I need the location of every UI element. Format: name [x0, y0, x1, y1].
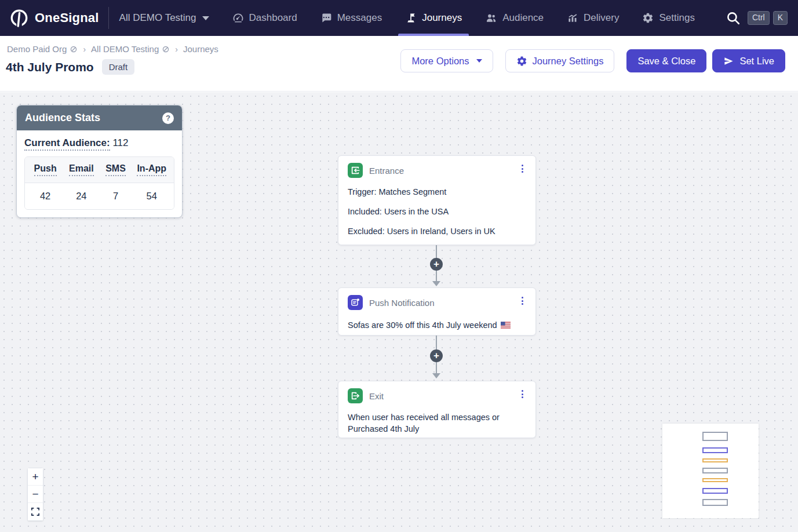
column-sms: SMS: [105, 163, 126, 176]
zoom-controls: + −: [27, 468, 43, 521]
navbar-right: Ctrl K: [726, 10, 788, 25]
gear-icon: [516, 56, 527, 67]
chevron-down-icon: [476, 59, 482, 63]
minimap-node: [702, 432, 728, 441]
status-badge: Draft: [102, 59, 135, 75]
brand-name: OneSignal: [35, 10, 99, 25]
set-live-button[interactable]: Set Live: [712, 49, 785, 72]
chevron-down-icon: [202, 16, 209, 20]
us-flag-icon: [501, 322, 511, 329]
save-close-button[interactable]: Save & Close: [626, 49, 706, 72]
messages-icon: [320, 12, 332, 24]
title-row: 4th July Promo Draft: [6, 59, 218, 75]
audience-stats-body: Current Audience: 112 Push Email SMS In-…: [17, 130, 182, 217]
entrance-excluded-text: Excluded: Users in Ireland, Users in UK: [348, 225, 526, 237]
audience-icon: [485, 12, 497, 24]
nav-item-delivery[interactable]: Delivery: [567, 0, 619, 36]
page-header-left: Demo Paid Org › All DEMO Testing › Journ…: [6, 44, 218, 91]
journey-settings-button[interactable]: Journey Settings: [505, 49, 615, 72]
audience-stats-panel: Audience Stats ? Current Audience: 112 P…: [16, 105, 183, 218]
set-live-label: Set Live: [739, 56, 774, 67]
connector-arrow-icon: [432, 373, 440, 378]
send-icon: [723, 56, 734, 67]
help-icon[interactable]: ?: [162, 112, 174, 124]
active-tab-underline: [398, 34, 469, 36]
nav-label: Journeys: [422, 12, 462, 24]
exit-node-menu-icon[interactable]: [519, 388, 526, 400]
app-selector-label: All DEMO Testing: [119, 12, 196, 24]
add-step-button[interactable]: +: [430, 349, 443, 362]
entrance-node-menu-icon[interactable]: [519, 163, 526, 174]
exit-node[interactable]: Exit When user has received all messages…: [338, 381, 536, 438]
push-node-label: Push Notification: [369, 298, 435, 308]
dashboard-icon: [232, 12, 244, 24]
nav-label: Dashboard: [249, 12, 297, 24]
delivery-icon: [567, 12, 578, 24]
toolbar: More Options Journey Settings Save & Clo…: [400, 44, 785, 91]
search-icon[interactable]: [726, 10, 741, 25]
column-inapp: In-App: [137, 163, 166, 176]
push-message-text: Sofas are 30% off this 4th July weekend: [348, 319, 497, 331]
audience-stats-header: Audience Stats ?: [17, 105, 182, 130]
more-options-button[interactable]: More Options: [400, 49, 493, 72]
onesignal-brand[interactable]: OneSignal: [9, 8, 99, 28]
breadcrumb: Demo Paid Org › All DEMO Testing › Journ…: [6, 44, 218, 54]
push-notification-icon: [348, 295, 363, 310]
journeys-icon: [405, 12, 417, 24]
minimap-node: [702, 478, 728, 482]
link-icon: [70, 45, 78, 53]
fit-view-icon: [31, 508, 39, 516]
nav-label: Settings: [659, 12, 694, 24]
more-options-label: More Options: [411, 56, 469, 67]
breadcrumb-app[interactable]: All DEMO Testing: [91, 44, 170, 54]
channel-stats-header-row: Push Email SMS In-App: [25, 157, 174, 183]
top-navbar: OneSignal All DEMO Testing Dashboard Mes…: [0, 0, 798, 36]
current-audience-value: 112: [112, 137, 128, 148]
entrance-node-label: Entrance: [369, 166, 404, 176]
shortcut-k-key: K: [773, 11, 788, 24]
breadcrumb-label: All DEMO Testing: [91, 44, 159, 54]
nav-label: Audience: [502, 12, 544, 24]
nav-label: Delivery: [584, 12, 619, 24]
current-audience-label: Current Audience:: [24, 137, 110, 151]
fit-view-button[interactable]: [28, 503, 43, 520]
add-step-button[interactable]: +: [430, 258, 443, 271]
push-node-menu-icon[interactable]: [519, 295, 526, 307]
column-push: Push: [34, 163, 57, 176]
breadcrumb-separator: ›: [83, 45, 86, 54]
entrance-included-text: Included: Users in the USA: [348, 206, 526, 217]
journey-settings-label: Journey Settings: [533, 56, 604, 67]
value-sms: 7: [100, 191, 132, 202]
audience-stats-title: Audience Stats: [25, 112, 100, 124]
breadcrumb-journeys[interactable]: Journeys: [183, 44, 218, 54]
settings-gear-icon: [642, 12, 654, 24]
nav-item-audience[interactable]: Audience: [485, 0, 544, 36]
page-header: Demo Paid Org › All DEMO Testing › Journ…: [0, 36, 798, 92]
link-icon: [162, 45, 170, 53]
nav-item-journeys[interactable]: Journeys: [405, 0, 462, 36]
minimap-node: [702, 458, 728, 462]
value-email: 24: [63, 191, 99, 202]
minimap-node: [702, 468, 728, 473]
zoom-out-button[interactable]: −: [28, 486, 43, 503]
entrance-icon: [348, 163, 363, 178]
exit-icon: [348, 388, 363, 403]
breadcrumb-org[interactable]: Demo Paid Org: [7, 44, 78, 54]
push-notification-node[interactable]: Push Notification Sofas are 30% off this…: [338, 287, 536, 336]
breadcrumb-separator: ›: [175, 45, 178, 54]
breadcrumb-label: Demo Paid Org: [7, 44, 67, 54]
zoom-in-button[interactable]: +: [28, 468, 43, 486]
nav-item-messages[interactable]: Messages: [320, 0, 382, 36]
app-selector-dropdown[interactable]: All DEMO Testing: [119, 12, 209, 24]
entrance-node[interactable]: Entrance Trigger: Matches Segment Includ…: [338, 155, 536, 245]
channel-stats-table: Push Email SMS In-App 42 24 7 54: [24, 156, 174, 210]
entrance-trigger-text: Trigger: Matches Segment: [348, 186, 526, 198]
minimap[interactable]: [662, 424, 759, 518]
nav-item-dashboard[interactable]: Dashboard: [232, 0, 297, 36]
nav-item-settings[interactable]: Settings: [642, 0, 694, 36]
value-push: 42: [27, 191, 63, 202]
journey-canvas[interactable]: Audience Stats ? Current Audience: 112 P…: [0, 92, 798, 532]
page-title: 4th July Promo: [6, 60, 94, 74]
channel-stats-value-row: 42 24 7 54: [25, 183, 174, 209]
save-close-label: Save & Close: [637, 56, 695, 67]
